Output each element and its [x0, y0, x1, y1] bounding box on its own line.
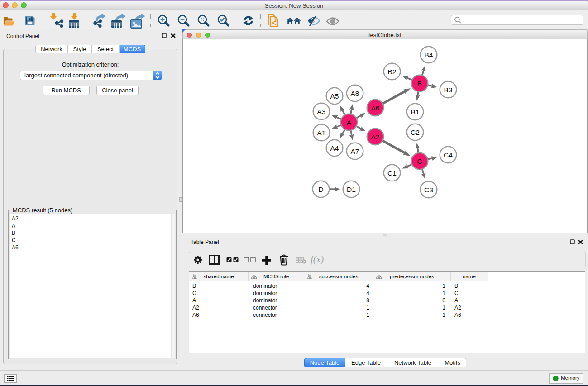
svg-text:B1: B1 — [411, 108, 420, 116]
svg-text:A1: A1 — [317, 129, 326, 137]
svg-text:A: A — [347, 119, 352, 126]
svg-text:C3: C3 — [424, 186, 433, 194]
svg-text:B: B — [417, 80, 422, 87]
svg-text:B2: B2 — [388, 68, 397, 76]
svg-text:B3: B3 — [444, 86, 453, 94]
svg-text:C1: C1 — [387, 169, 397, 177]
svg-text:A6: A6 — [371, 104, 380, 112]
svg-text:D: D — [318, 186, 323, 193]
svg-text:D1: D1 — [347, 186, 356, 193]
svg-text:A7: A7 — [351, 148, 359, 155]
svg-text:A5: A5 — [330, 92, 339, 100]
svg-text:C4: C4 — [444, 151, 453, 159]
svg-text:C: C — [417, 157, 422, 165]
svg-text:A8: A8 — [351, 90, 359, 97]
svg-text:C2: C2 — [411, 129, 420, 136]
svg-text:A3: A3 — [317, 108, 326, 115]
svg-text:B4: B4 — [425, 51, 433, 59]
svg-text:A2: A2 — [371, 133, 380, 141]
svg-text:A4: A4 — [330, 144, 339, 152]
